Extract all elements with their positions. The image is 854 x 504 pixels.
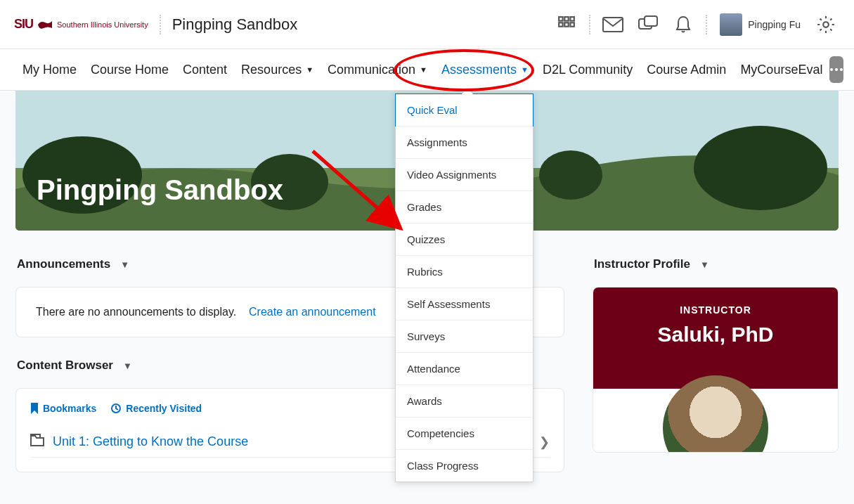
instructor-profile-header: Instructor Profile <box>594 257 690 271</box>
assessments-dropdown: Quick Eval Assignments Video Assignments… <box>395 93 533 482</box>
chevron-down-icon[interactable]: ▼ <box>700 259 709 270</box>
content-browser-header: Content Browser <box>17 358 113 373</box>
bookmarks-link[interactable]: Bookmarks <box>30 403 96 414</box>
svg-rect-1 <box>565 17 569 20</box>
recently-label: Recently Visited <box>126 403 202 414</box>
nav-resources[interactable]: Resources▼ <box>234 49 321 90</box>
nav-d2l-community[interactable]: D2L Community <box>536 49 640 90</box>
avatar <box>720 13 742 36</box>
history-icon <box>110 403 122 414</box>
dd-awards[interactable]: Awards <box>396 385 533 417</box>
nav-content[interactable]: Content <box>176 49 234 90</box>
dd-video-assignments[interactable]: Video Assignments <box>396 158 533 190</box>
chevron-down-icon[interactable]: ▼ <box>123 361 132 371</box>
chevron-down-icon[interactable]: ▼ <box>120 259 129 270</box>
nav-course-admin[interactable]: Course Admin <box>640 49 733 90</box>
folder-icon <box>30 434 44 450</box>
instructor-role: INSTRUCTOR <box>600 304 831 316</box>
dd-grades[interactable]: Grades <box>396 190 533 223</box>
nav-assessments[interactable]: Assessments▼ <box>434 49 536 90</box>
dd-label: Surveys <box>407 330 445 342</box>
dd-label: Attendance <box>407 363 460 375</box>
dd-self-assessments[interactable]: Self Assessments <box>396 287 533 320</box>
dd-competencies[interactable]: Competencies <box>396 417 533 449</box>
logo-abbr: SIU <box>14 17 33 32</box>
saluki-icon <box>37 19 53 30</box>
dd-label: Competencies <box>407 427 474 439</box>
logo-text: Southern Illinois University <box>57 20 148 29</box>
svg-rect-8 <box>645 16 657 26</box>
dd-label: Rubrics <box>407 266 443 278</box>
svg-rect-6 <box>603 18 623 32</box>
nav-label: Course Admin <box>647 63 726 77</box>
dd-quizzes[interactable]: Quizzes <box>396 223 533 255</box>
nav-label: Resources <box>241 63 302 77</box>
dd-attendance[interactable]: Attendance <box>396 352 533 385</box>
more-button[interactable] <box>829 56 843 83</box>
dd-label: Video Assignments <box>407 169 496 181</box>
create-announcement-link[interactable]: Create an announcement <box>249 306 376 318</box>
nav-bar: My Home Course Home Content Resources▼ C… <box>0 49 854 91</box>
gear-icon[interactable] <box>812 11 840 39</box>
instructor-card: INSTRUCTOR Saluki, PhD <box>593 287 839 453</box>
nav-label: D2L Community <box>543 63 633 77</box>
dd-assignments[interactable]: Assignments <box>396 126 533 158</box>
nav-course-home[interactable]: Course Home <box>84 49 176 90</box>
dd-quick-eval[interactable]: Quick Eval <box>395 93 533 127</box>
mail-icon[interactable] <box>599 11 627 39</box>
instructor-name: Saluki, PhD <box>600 323 831 347</box>
nav-label: My Home <box>22 63 77 77</box>
dd-rubrics[interactable]: Rubrics <box>396 255 533 287</box>
dd-class-progress[interactable]: Class Progress <box>396 449 533 482</box>
nav-label: Course Home <box>91 63 169 77</box>
dd-label: Assignments <box>407 136 467 148</box>
dd-label: Class Progress <box>407 460 479 472</box>
nav-label: Content <box>183 63 227 77</box>
org-logo[interactable]: SIU Southern Illinois University <box>14 17 148 32</box>
svg-rect-3 <box>559 22 562 26</box>
svg-point-12 <box>840 68 843 71</box>
dd-label: Awards <box>407 395 442 407</box>
svg-point-9 <box>823 22 829 27</box>
svg-rect-4 <box>565 22 569 26</box>
nav-label: Communication <box>328 63 415 77</box>
dd-label: Quizzes <box>407 233 445 245</box>
course-title[interactable]: Pingping Sandbox <box>172 15 298 34</box>
svg-rect-5 <box>571 22 574 26</box>
svg-rect-0 <box>559 17 562 20</box>
chevron-down-icon: ▼ <box>420 65 427 74</box>
apps-icon[interactable] <box>552 11 581 39</box>
chevron-down-icon: ▼ <box>521 65 529 74</box>
chevron-right-icon[interactable]: ❯ <box>539 434 550 450</box>
instructor-photo <box>663 375 768 453</box>
separator <box>589 15 590 34</box>
right-column: Instructor Profile ▼ INSTRUCTOR Saluki, … <box>593 257 839 453</box>
bookmark-icon <box>30 403 39 414</box>
separator <box>160 15 161 34</box>
dd-label: Self Assessments <box>407 298 490 310</box>
svg-point-19 <box>694 126 827 210</box>
svg-point-11 <box>835 68 838 71</box>
no-announcements-text: There are no announcements to display. <box>36 306 236 318</box>
nav-my-home[interactable]: My Home <box>15 49 84 90</box>
nav-label: Assessments <box>441 63 517 77</box>
top-header: SIU Southern Illinois University Pingpin… <box>0 0 854 49</box>
nav-communication[interactable]: Communication▼ <box>321 49 434 90</box>
user-menu[interactable]: Pingping Fu <box>716 13 805 36</box>
nav-label: MyCourseEval <box>740 63 822 77</box>
username: Pingping Fu <box>748 19 801 30</box>
separator <box>706 15 707 34</box>
chevron-down-icon: ▼ <box>306 65 313 74</box>
header-icons: Pingping Fu <box>552 11 840 39</box>
dd-label: Quick Eval <box>407 104 458 116</box>
svg-point-10 <box>830 68 833 71</box>
dd-surveys[interactable]: Surveys <box>396 320 533 352</box>
chat-icon[interactable] <box>634 11 662 39</box>
dd-label: Grades <box>407 201 441 213</box>
nav-mycourseeval[interactable]: MyCourseEval <box>733 49 829 90</box>
svg-rect-2 <box>571 17 574 20</box>
recently-visited-link[interactable]: Recently Visited <box>110 403 202 414</box>
announcements-header: Announcements <box>17 257 110 271</box>
bookmarks-label: Bookmarks <box>43 403 96 414</box>
bell-icon[interactable] <box>669 11 697 39</box>
